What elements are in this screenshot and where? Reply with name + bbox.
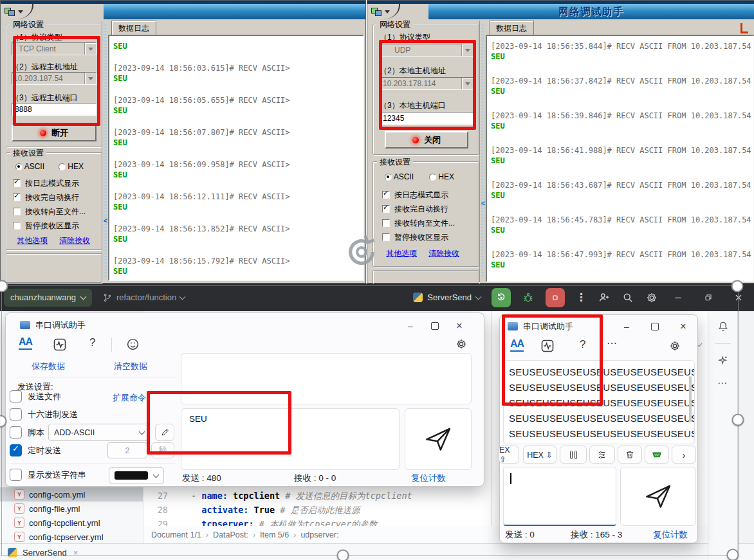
receive-option-row[interactable]: 按日志模式显示 (382, 188, 476, 202)
send-textarea[interactable] (503, 467, 616, 526)
restore-window-button[interactable] (703, 293, 713, 303)
receive-option-row[interactable]: 按日志模式显示 (13, 176, 99, 190)
clear-data-link[interactable]: 清空数据 (114, 361, 147, 372)
receive-option-row[interactable]: 接收完自动换行 (382, 202, 476, 216)
checkbox[interactable] (13, 194, 21, 201)
minimize-button[interactable]: – (616, 319, 638, 334)
receive-option-row[interactable]: 接收转向至文件... (13, 204, 99, 219)
hex-send-toggle-button[interactable]: HEX ⇩ (523, 446, 556, 464)
system-menu[interactable] (1, 4, 33, 19)
selection-handle[interactable] (337, 550, 349, 560)
ide-settings-button[interactable] (645, 291, 658, 304)
clear-receive-link[interactable]: 清除接收 (59, 235, 90, 246)
selection-handle[interactable] (732, 414, 744, 426)
file-tree-item[interactable]: Y config-com.yml (0, 487, 143, 501)
clear-receive-button[interactable] (618, 446, 642, 464)
save-data-link[interactable]: 保存数据 (32, 361, 65, 372)
maximize-button[interactable] (424, 318, 446, 334)
close-connection-button[interactable]: 关闭 (385, 131, 468, 149)
checkbox[interactable] (13, 222, 21, 230)
script-checkbox[interactable] (10, 426, 22, 438)
receive-option-row[interactable]: 暂停接收区显示 (13, 219, 99, 233)
more-options-button[interactable]: ⋯ (607, 337, 618, 349)
send-color-dropdown[interactable] (109, 467, 164, 483)
stop-button[interactable] (546, 288, 565, 307)
maximize-button[interactable] (644, 319, 666, 334)
tab-data-log[interactable]: 数据日志 (489, 21, 534, 35)
notifications-bell-icon[interactable] (717, 320, 730, 333)
pause-button[interactable] (560, 446, 587, 464)
checkbox[interactable] (382, 205, 390, 213)
more-actions-menu[interactable]: ⋮ (576, 291, 587, 304)
show-send-string-checkbox[interactable] (10, 469, 22, 481)
clear-receive-link[interactable]: 清除接收 (428, 248, 459, 259)
breadcrumb-item[interactable]: Document 1/1 (151, 530, 213, 539)
feedback-button[interactable] (125, 337, 140, 352)
checkbox[interactable] (13, 179, 21, 187)
data-log-area[interactable]: SEU [2023-09-14 18:56:03.615]# RECV ASCI… (108, 35, 364, 281)
other-options-link[interactable]: 其他选项 (17, 235, 48, 246)
checkbox[interactable] (382, 219, 390, 227)
debug-button[interactable] (522, 291, 535, 304)
close-button[interactable]: × (448, 318, 470, 334)
send-file-checkbox[interactable] (10, 390, 22, 402)
more-tools-icon[interactable]: ⋯ (717, 377, 728, 389)
reset-count-link[interactable]: 复位计数 (411, 473, 446, 484)
titlebar[interactable] (1, 4, 365, 21)
close-run-tab-icon[interactable]: × (73, 548, 78, 557)
disconnect-button[interactable]: 断开 (12, 125, 97, 141)
project-selector[interactable]: chuanzhuanwang (4, 289, 92, 307)
run-config-selector[interactable]: ServerSend (413, 293, 481, 302)
titlebar[interactable]: 网络调试助手 (367, 4, 754, 21)
radio-ascii[interactable]: ASCII (15, 162, 44, 171)
radio-hex[interactable]: HEX (59, 162, 84, 171)
breadcrumb-item[interactable]: udpserver: (300, 530, 347, 539)
send-button[interactable] (405, 408, 472, 470)
file-tree-item[interactable]: Y config-file.yml (0, 501, 143, 516)
checkbox[interactable] (13, 208, 21, 215)
ai-assistant-icon[interactable] (717, 354, 730, 367)
data-log-area[interactable]: [2023-09-14 18:56:35.844]# RECV ASCII FR… (486, 35, 754, 282)
system-menu[interactable] (367, 4, 400, 19)
send-button[interactable] (620, 467, 696, 526)
checkbox[interactable] (382, 191, 390, 199)
hex-send-checkbox[interactable] (10, 408, 22, 420)
timed-send-checkbox[interactable] (10, 444, 22, 456)
code-with-me-button[interactable] (598, 291, 611, 304)
minimize-window-button[interactable] (673, 293, 683, 303)
file-tree-item[interactable]: Y config-tcpserver.yml (0, 530, 143, 543)
receive-option-row[interactable]: 接收完自动换行 (13, 190, 99, 204)
radio-hex[interactable]: HEX (429, 172, 454, 181)
hex-receive-toggle-button[interactable]: EX ⇧ (499, 446, 519, 464)
checkbox[interactable] (382, 233, 390, 241)
scrollbar[interactable] (689, 376, 692, 422)
tab-data-log[interactable]: 数据日志 (111, 21, 156, 35)
radio-ascii[interactable]: ASCII (385, 172, 414, 181)
rerun-button[interactable] (492, 288, 511, 307)
receive-option-row[interactable]: 暂停接收区显示 (382, 230, 476, 244)
search-everywhere-button[interactable] (621, 291, 634, 304)
script-combobox[interactable]: ADD-ASCII (48, 424, 150, 441)
branch-selector[interactable]: refactor/function (102, 293, 185, 303)
close-button[interactable]: × (672, 319, 694, 334)
extended-command-link[interactable]: 扩展命令 (113, 392, 146, 404)
help-button[interactable]: ? (89, 336, 95, 349)
font-encoding-button[interactable]: AA (19, 336, 32, 350)
selection-handle[interactable] (727, 549, 739, 560)
serial-port-button[interactable] (645, 446, 669, 464)
reset-count-link[interactable]: 复位计数 (653, 529, 688, 541)
file-tree-item[interactable]: Y config-tcpclient.yml (0, 516, 143, 530)
settings-button[interactable] (668, 339, 681, 352)
other-options-link[interactable]: 其他选项 (386, 248, 417, 259)
expand-toolbar-button[interactable]: › (672, 446, 696, 464)
run-tab-label[interactable]: ServerSend (23, 548, 67, 557)
display-options-button[interactable] (589, 446, 615, 464)
editor-splitter[interactable] (491, 311, 492, 543)
close-window-button[interactable] (733, 293, 744, 303)
receive-option-row[interactable]: 接收转向至文件... (382, 216, 476, 230)
waveform-view-button[interactable] (51, 336, 69, 353)
settings-button[interactable] (455, 338, 468, 350)
breadcrumb-item[interactable]: DataPost: (213, 530, 260, 539)
breadcrumb-item[interactable]: Item 5/6 (260, 530, 300, 539)
timed-interval-input[interactable]: 2 (107, 442, 147, 458)
